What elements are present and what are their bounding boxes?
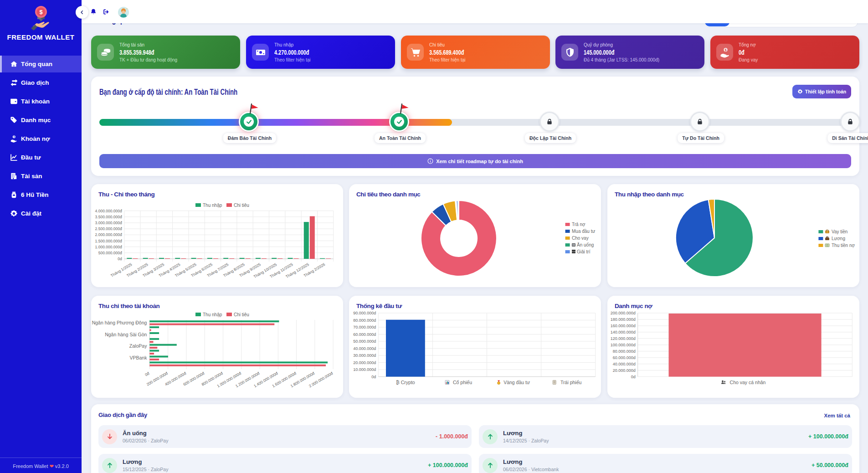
svg-text:Ăn uống: Ăn uống	[577, 242, 594, 247]
svg-text:500.000.000đ: 500.000.000đ	[98, 251, 122, 255]
svg-text:0d: 0d	[371, 375, 376, 379]
svg-text:20.000.000d: 20.000.000d	[353, 360, 376, 365]
svg-text:Trái phiếu: Trái phiếu	[560, 380, 581, 385]
svg-text:160.000.000d: 160.000.000d	[611, 324, 636, 328]
svg-text:Vàng đầu tư: Vàng đầu tư	[503, 380, 530, 385]
svg-text:80.000.000d: 80.000.000d	[613, 349, 636, 354]
svg-text:4.000.000.000đ: 4.000.000.000đ	[95, 209, 122, 213]
svg-text:Giải trí: Giải trí	[577, 249, 591, 254]
svg-text:30.000.000d: 30.000.000d	[353, 353, 376, 358]
svg-text:60.000.000d: 60.000.000d	[353, 332, 376, 337]
svg-text:100.000.000d: 100.000.000d	[611, 343, 636, 347]
svg-text:140.000.000d: 140.000.000d	[611, 330, 636, 334]
svg-text:40.000.000d: 40.000.000d	[353, 346, 376, 351]
svg-text:10.000.000d: 10.000.000d	[353, 367, 376, 372]
svg-text:3.500.000.000đ: 3.500.000.000đ	[95, 215, 122, 219]
svg-text:0đ: 0đ	[144, 371, 150, 377]
svg-text:0d: 0d	[118, 257, 122, 261]
svg-text:Trả nợ: Trả nợ	[572, 222, 586, 227]
svg-text:1.000.000.000đ: 1.000.000.000đ	[95, 245, 122, 249]
svg-text:Cho vay: Cho vay	[572, 236, 589, 241]
svg-text:Ngân hàng Sài Gòn: Ngân hàng Sài Gòn	[105, 332, 147, 337]
svg-text:200.000.000d: 200.000.000d	[611, 311, 636, 315]
svg-text:Thu nhập: Thu nhập	[203, 203, 222, 208]
svg-text:40.000.000d: 40.000.000d	[613, 362, 636, 366]
svg-text:20.000.000d: 20.000.000d	[613, 368, 636, 373]
svg-text:₿ Crypto: ₿ Crypto	[396, 380, 415, 385]
svg-text:$: $	[13, 135, 15, 138]
svg-text:1.500.000.000đ: 1.500.000.000đ	[95, 239, 122, 243]
svg-text:2.500.000.000đ: 2.500.000.000đ	[95, 226, 122, 231]
svg-text:120.000.000d: 120.000.000d	[611, 336, 636, 341]
svg-text:Lương: Lương	[832, 236, 845, 241]
svg-text:0d: 0d	[631, 375, 636, 379]
svg-text:60.000.000d: 60.000.000d	[613, 355, 636, 360]
svg-text:2.000.000.000đ: 2.000.000.000đ	[95, 232, 122, 237]
svg-text:Ngân hàng Phương Đông: Ngân hàng Phương Đông	[92, 320, 147, 325]
svg-text:Vay tiền: Vay tiền	[832, 229, 847, 234]
svg-text:$: $	[39, 9, 43, 15]
svg-text:ZaloPay: ZaloPay	[129, 343, 147, 349]
svg-text:50.000.000d: 50.000.000d	[353, 339, 376, 344]
svg-text:Cho vay cá nhân: Cho vay cá nhân	[730, 380, 766, 385]
svg-text:Thu nhập: Thu nhập	[203, 312, 222, 317]
svg-text:Thu tiền nợ: Thu tiền nợ	[832, 243, 855, 248]
svg-text:180.000.000d: 180.000.000d	[611, 317, 636, 322]
svg-text:VPBank: VPBank	[129, 355, 147, 360]
svg-text:90.000.000d: 90.000.000d	[353, 311, 376, 315]
svg-text:3.000.000.000đ: 3.000.000.000đ	[95, 221, 122, 225]
svg-text:Cổ phiếu: Cổ phiếu	[453, 380, 472, 385]
svg-text:Chi tiêu: Chi tiêu	[234, 203, 249, 208]
svg-text:70.000.000d: 70.000.000d	[353, 325, 376, 329]
svg-text:Chi tiêu: Chi tiêu	[234, 312, 249, 317]
svg-text:Mua đầu tư: Mua đầu tư	[572, 229, 595, 234]
svg-text:80.000.000d: 80.000.000d	[353, 318, 376, 323]
